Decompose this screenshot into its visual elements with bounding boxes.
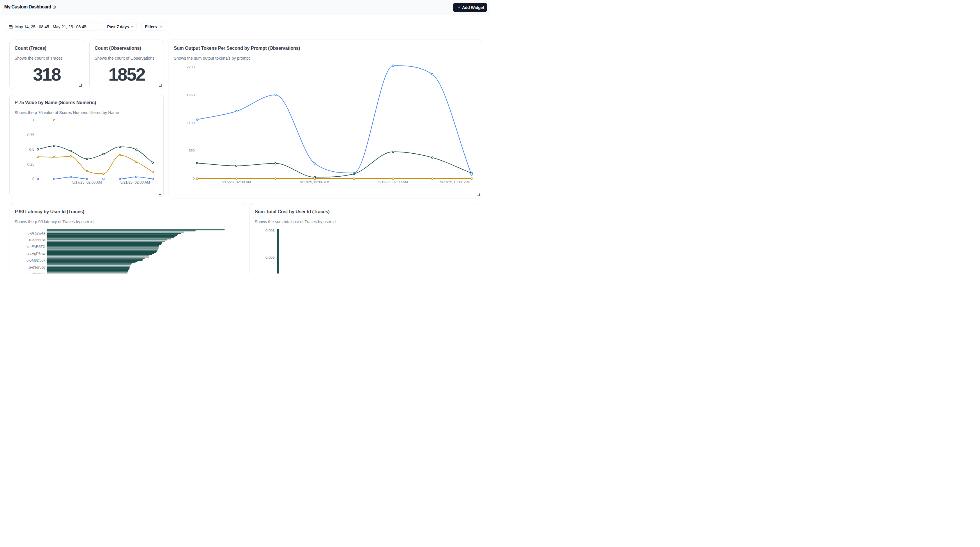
svg-text:5/17/25, 02:00 AM: 5/17/25, 02:00 AM (300, 180, 329, 184)
svg-text:5/21/25, 02:00 AM: 5/21/25, 02:00 AM (440, 180, 469, 184)
svg-text:0.5: 0.5 (29, 147, 34, 152)
svg-text:5/17/25, 02:00 AM: 5/17/25, 02:00 AM (72, 180, 102, 184)
svg-text:1650: 1650 (187, 93, 195, 97)
svg-text:u-5M8D56k: u-5M8D56k (26, 258, 45, 262)
svg-text:0: 0 (193, 177, 195, 181)
svg-text:1: 1 (32, 118, 34, 122)
svg-text:5/19/25, 02:00 AM: 5/19/25, 02:00 AM (379, 180, 408, 184)
svg-text:0.006: 0.006 (266, 255, 275, 260)
svg-text:550: 550 (189, 149, 195, 153)
svg-text:0.75: 0.75 (27, 133, 34, 137)
svg-text:5/21/25, 02:00 AM: 5/21/25, 02:00 AM (121, 180, 150, 184)
svg-text:5/15/25, 02:00 AM: 5/15/25, 02:00 AM (221, 180, 251, 184)
svg-text:u-tFAR5TX: u-tFAR5TX (27, 245, 45, 249)
svg-text:0.25: 0.25 (27, 162, 34, 166)
svg-text:1100: 1100 (187, 121, 195, 125)
svg-text:0.008: 0.008 (266, 229, 275, 233)
svg-text:2200: 2200 (187, 65, 195, 69)
svg-text:u-8fVa9T3: u-8fVa9T3 (29, 272, 45, 274)
svg-text:u-8sq2w4a: u-8sq2w4a (27, 231, 45, 235)
svg-text:u-d3qr5cg: u-d3qr5cg (29, 265, 45, 270)
svg-text:u-aobnuxf: u-aobnuxf (29, 238, 45, 242)
svg-text:u-zVqP3hw: u-zVqP3hw (27, 252, 45, 256)
svg-text:0: 0 (32, 177, 34, 181)
